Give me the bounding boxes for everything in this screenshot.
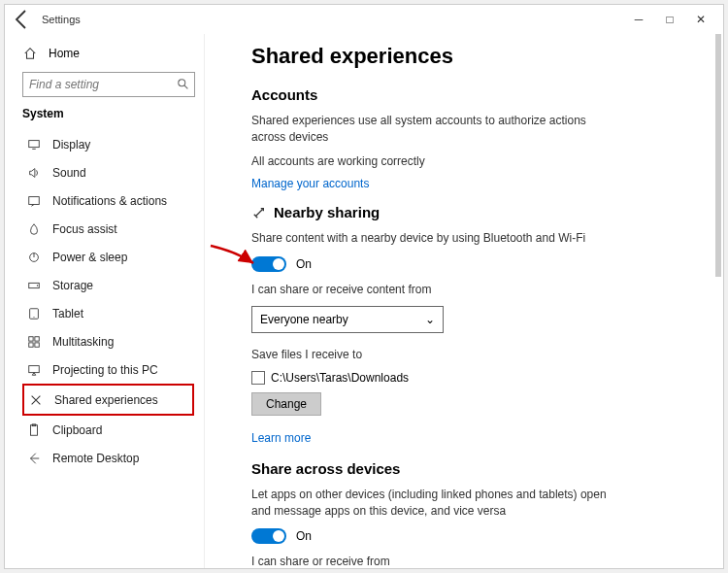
- nearby-sharing-toggle[interactable]: [251, 256, 286, 272]
- nearby-heading: Nearby sharing: [251, 204, 723, 220]
- settings-window: Settings ─ □ ✕ Home System Display: [4, 4, 724, 569]
- sidebar-item-multitasking[interactable]: Multitasking: [22, 327, 204, 355]
- toggle-label: On: [296, 529, 312, 543]
- search-box[interactable]: [22, 72, 195, 97]
- nav-label: Remote Desktop: [52, 452, 139, 465]
- window-controls: ─ □ ✕: [632, 13, 717, 26]
- sidebar-item-shared-experiences[interactable]: Shared experiences: [22, 384, 194, 416]
- sidebar-item-remote-desktop[interactable]: Remote Desktop: [22, 444, 204, 472]
- receive-from-dropdown[interactable]: Everyone nearby ⌄: [251, 306, 444, 333]
- shared-experiences-icon: [28, 392, 43, 407]
- sidebar-item-clipboard[interactable]: Clipboard: [22, 416, 204, 444]
- home-label: Home: [49, 47, 80, 60]
- learn-more-link[interactable]: Learn more: [251, 431, 723, 445]
- share-across-toggle[interactable]: [251, 528, 286, 544]
- back-button[interactable]: [11, 8, 34, 31]
- receive-label: I can share or receive content from: [251, 282, 611, 298]
- multitasking-icon: [26, 334, 41, 349]
- svg-rect-2: [28, 196, 39, 204]
- nav-label: Power & sleep: [52, 251, 127, 264]
- svg-rect-1: [28, 140, 39, 147]
- sidebar-item-projecting[interactable]: Projecting to this PC: [22, 355, 204, 384]
- chevron-down-icon: ⌄: [425, 313, 435, 326]
- sidebar-item-sound[interactable]: Sound: [22, 158, 204, 186]
- search-input[interactable]: [29, 78, 176, 91]
- nav-label: Sound: [52, 166, 86, 180]
- sound-icon: [26, 165, 41, 180]
- sidebar-item-storage[interactable]: Storage: [22, 271, 204, 299]
- window-title: Settings: [42, 14, 81, 25]
- page-title: Shared experiences: [251, 44, 723, 69]
- nearby-desc: Share content with a nearby device by us…: [251, 230, 611, 247]
- nav-label: Shared experiences: [54, 393, 158, 407]
- sidebar-item-tablet[interactable]: Tablet: [22, 299, 204, 327]
- nav-label: Notifications & actions: [52, 194, 167, 208]
- sidebar-item-notifications[interactable]: Notifications & actions: [22, 186, 204, 215]
- clipboard-icon: [26, 422, 41, 437]
- accounts-desc: Shared experiences use all system accoun…: [251, 113, 611, 146]
- nav-label: Clipboard: [52, 423, 102, 437]
- titlebar: Settings ─ □ ✕: [5, 5, 723, 34]
- svg-rect-11: [34, 342, 38, 346]
- home-icon: [22, 46, 37, 60]
- svg-rect-10: [28, 342, 32, 346]
- share-across-heading: Share across devices: [251, 460, 723, 477]
- storage-icon: [26, 278, 41, 292]
- minimize-button[interactable]: ─: [632, 13, 645, 26]
- scrollbar[interactable]: [715, 34, 721, 566]
- svg-rect-9: [34, 336, 38, 340]
- power-icon: [26, 250, 41, 264]
- tablet-icon: [26, 306, 41, 320]
- close-button[interactable]: ✕: [694, 13, 708, 26]
- dropdown-value: Everyone nearby: [260, 313, 348, 326]
- svg-rect-12: [28, 365, 39, 372]
- remote-desktop-icon: [26, 451, 41, 465]
- svg-point-7: [33, 316, 34, 317]
- save-path-checkbox[interactable]: [251, 371, 265, 385]
- sidebar-item-display[interactable]: Display: [22, 130, 204, 158]
- sidebar: Home System Display Sound Notifications …: [5, 34, 204, 568]
- search-icon: [176, 78, 190, 92]
- section-title: System: [22, 107, 204, 120]
- projecting-icon: [26, 362, 41, 377]
- save-to-label: Save files I receive to: [251, 347, 611, 363]
- svg-point-5: [36, 285, 37, 286]
- svg-rect-8: [28, 336, 32, 340]
- sidebar-item-focus-assist[interactable]: Focus assist: [22, 215, 204, 243]
- display-icon: [26, 137, 41, 152]
- nav-label: Multitasking: [52, 335, 114, 349]
- home-nav[interactable]: Home: [22, 40, 204, 66]
- notifications-icon: [26, 193, 41, 208]
- nav-label: Display: [52, 138, 90, 152]
- save-path: C:\Users\Taras\Downloads: [271, 371, 409, 385]
- focus-assist-icon: [26, 221, 41, 236]
- change-button[interactable]: Change: [251, 392, 321, 416]
- svg-point-0: [178, 80, 184, 86]
- toggle-label: On: [296, 257, 312, 271]
- manage-accounts-link[interactable]: Manage your accounts: [251, 177, 723, 190]
- nearby-sharing-icon: [251, 205, 266, 219]
- sidebar-item-power-sleep[interactable]: Power & sleep: [22, 243, 204, 271]
- nav-label: Tablet: [52, 307, 83, 320]
- maximize-button[interactable]: □: [663, 13, 677, 26]
- share-across-receive-label: I can share or receive from: [251, 554, 611, 568]
- nav-label: Storage: [52, 279, 93, 292]
- share-across-desc: Let apps on other devices (including lin…: [251, 487, 611, 520]
- accounts-status: All accounts are working correctly: [251, 153, 611, 170]
- svg-rect-13: [30, 424, 37, 435]
- nav-label: Projecting to this PC: [52, 363, 158, 377]
- main-content: Shared experiences Accounts Shared exper…: [204, 34, 723, 568]
- accounts-heading: Accounts: [251, 86, 723, 103]
- nav-label: Focus assist: [52, 222, 117, 236]
